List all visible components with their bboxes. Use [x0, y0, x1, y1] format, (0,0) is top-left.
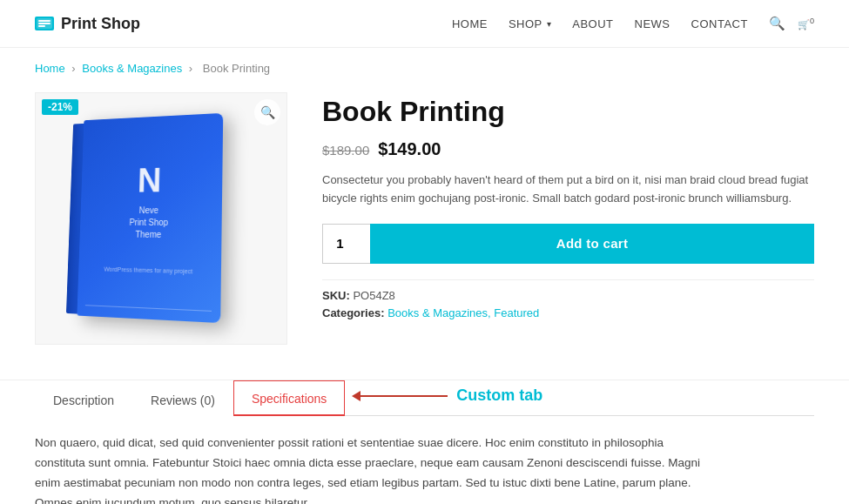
book-letter: N — [137, 160, 161, 199]
categories-label: Categories: — [322, 306, 385, 319]
cart-count: 0 — [810, 17, 814, 25]
tab-reviews[interactable]: Reviews (0) — [132, 382, 233, 416]
book-visual: N Neve Print Shop Theme WordPress themes… — [77, 111, 250, 329]
tab-specifications[interactable]: Specifications — [233, 380, 345, 416]
sku-row: SKU: PO54Z8 — [322, 289, 814, 302]
header-icons: 🔍 🛒0 — [769, 16, 814, 31]
annotation-arrow — [354, 391, 448, 401]
sku-label: SKU: — [322, 289, 350, 302]
nav-news[interactable]: NEWS — [635, 17, 670, 30]
book-cover: N Neve Print Shop Theme WordPress themes… — [77, 113, 223, 323]
custom-tab-annotation: Custom tab — [345, 386, 542, 405]
nav-contact[interactable]: CONTACT — [691, 17, 748, 30]
main-content: -21% 🔍 N Neve Print Shop Theme WordPress… — [0, 84, 849, 371]
breadcrumb-category[interactable]: Books & Magazines — [82, 62, 182, 75]
search-icon[interactable]: 🔍 — [769, 16, 785, 31]
old-price: $189.00 — [322, 143, 369, 158]
arrow-line — [360, 395, 448, 397]
product-details: Book Printing $189.00 $149.00 Consectetu… — [322, 92, 814, 345]
svg-rect-2 — [38, 23, 51, 24]
product-title: Book Printing — [322, 97, 814, 127]
logo-icon — [35, 17, 54, 30]
breadcrumb-home[interactable]: Home — [35, 62, 65, 75]
quantity-input[interactable] — [322, 224, 370, 264]
svg-rect-1 — [38, 20, 51, 22]
arrowhead-icon — [352, 391, 360, 401]
categories-value[interactable]: Books & Magazines, Featured — [387, 306, 539, 319]
divider — [322, 279, 814, 280]
svg-rect-3 — [38, 25, 45, 27]
tab-description[interactable]: Description — [35, 382, 132, 416]
custom-tab-label: Custom tab — [456, 386, 542, 405]
tab-paragraph-1: Non quaero, quid dicat, sed quid conveni… — [35, 433, 714, 504]
product-description: Consectetur you probably haven't heard o… — [322, 171, 814, 208]
nav-home[interactable]: HOME — [452, 17, 488, 30]
breadcrumb-sep2: › — [189, 62, 192, 75]
add-to-cart-button[interactable]: Add to cart — [370, 224, 814, 264]
breadcrumb-sep1: › — [71, 62, 75, 75]
logo[interactable]: Print Shop — [35, 15, 140, 33]
book-title-text: Neve Print Shop Theme — [129, 205, 169, 241]
categories-row: Categories: Books & Magazines, Featured — [322, 306, 814, 319]
add-to-cart-row: Add to cart — [322, 224, 814, 264]
breadcrumb-current: Book Printing — [203, 62, 270, 75]
breadcrumb: Home › Books & Magazines › Book Printing — [0, 48, 849, 84]
product-image-box: N Neve Print Shop Theme WordPress themes… — [35, 92, 287, 345]
header: Print Shop HOME SHOP ABOUT NEWS CONTACT … — [0, 0, 849, 48]
book-bottom-line — [85, 305, 212, 312]
tab-content: Non quaero, quid dicat, sed quid conveni… — [35, 433, 714, 504]
book-subtitle: WordPress themes for any project — [104, 265, 192, 274]
nav-shop[interactable]: SHOP — [509, 17, 551, 30]
tabs-section: Description Reviews (0) Specifications C… — [0, 380, 849, 504]
product-image-wrap: -21% 🔍 N Neve Print Shop Theme WordPress… — [35, 92, 287, 345]
zoom-button[interactable]: 🔍 — [254, 99, 280, 125]
logo-text: Print Shop — [61, 15, 140, 33]
price-wrap: $189.00 $149.00 — [322, 139, 814, 159]
cart-icon[interactable]: 🛒0 — [798, 17, 814, 30]
new-price: $149.00 — [378, 139, 441, 158]
sku-value: PO54Z8 — [353, 289, 394, 302]
discount-badge: -21% — [42, 99, 78, 115]
main-nav: HOME SHOP ABOUT NEWS CONTACT 🔍 🛒0 — [452, 16, 814, 31]
nav-about[interactable]: ABOUT — [572, 17, 613, 30]
